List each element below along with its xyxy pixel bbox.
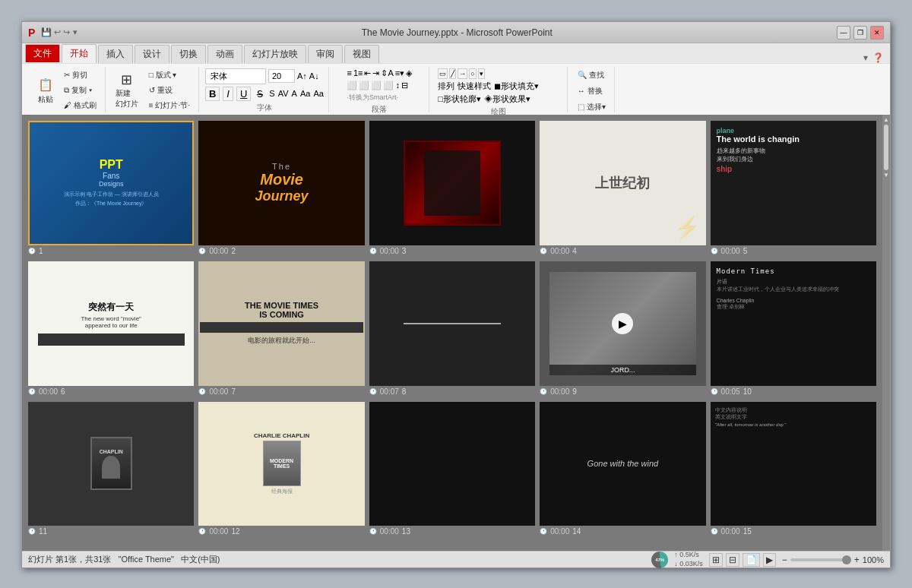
slide-time-5: 00:00: [721, 247, 740, 255]
smartart-button[interactable]: ◈: [406, 68, 412, 78]
help-icon[interactable]: ❓: [872, 52, 884, 63]
cut-button[interactable]: ✂ 剪切: [60, 68, 100, 82]
font-color-button[interactable]: A: [292, 89, 297, 98]
font-size-decrease-button[interactable]: A↓: [309, 71, 319, 81]
view-buttons: ⊞ ⊟ 📄 ▶: [709, 553, 776, 567]
slide-thumb-9[interactable]: JORD... ▶ 🕐 00:00 9: [540, 261, 705, 397]
slide-sorter-button[interactable]: ⊟: [726, 553, 739, 567]
scroll-thumb[interactable]: [884, 125, 888, 170]
shape-circle-icon[interactable]: ○: [469, 68, 476, 79]
vertical-scrollbar[interactable]: ▲ ▼: [882, 115, 890, 551]
font-spacing-button[interactable]: AV: [278, 89, 289, 98]
shape-rect-icon[interactable]: ▭: [438, 68, 448, 79]
shape-arrow-icon[interactable]: →: [458, 68, 467, 79]
indent-decrease-button[interactable]: ⇤: [364, 68, 371, 78]
slide-number-5: 5: [743, 247, 748, 255]
ribbon-collapse-icon[interactable]: ▾: [863, 52, 868, 63]
format-painter-button[interactable]: 🖌 格式刷: [60, 99, 100, 112]
text-direction-button[interactable]: ⇕A: [381, 68, 393, 78]
tab-review[interactable]: 审阅: [308, 45, 343, 63]
tab-insert[interactable]: 插入: [98, 45, 133, 63]
slide-thumb-2[interactable]: The Movie Journey 🕐 00:00 2: [198, 121, 364, 257]
slide-thumb-3[interactable]: 🕐 00:00 3: [369, 121, 535, 257]
restore-button[interactable]: ❐: [853, 26, 867, 40]
tab-file[interactable]: 文件: [25, 44, 60, 63]
replace-button[interactable]: ↔ 替换: [574, 84, 610, 98]
scroll-down-button[interactable]: ▼: [883, 172, 889, 179]
slide-thumb-8[interactable]: 🕐 00:07 8: [369, 261, 535, 397]
slide-clock-icon-1: 🕐: [28, 248, 36, 254]
font-name-input[interactable]: 宋体: [205, 68, 266, 84]
font-size-increase-button[interactable]: A↑: [297, 71, 307, 81]
numbering-button[interactable]: 1≡: [353, 68, 363, 78]
char-clear-button[interactable]: Aa: [300, 89, 310, 98]
download-speed: ↓ 0.03K/s: [674, 560, 703, 569]
underline-button[interactable]: U: [236, 87, 251, 101]
slide-thumb-11[interactable]: CHAPLIN 🕐 11: [28, 402, 194, 538]
align-right-button[interactable]: ⬜: [371, 81, 382, 90]
slide-clock-icon-10: 🕐: [711, 388, 718, 395]
slide-thumb-1[interactable]: PPT Fans Designs 演示示例 电子工作坊 — 演讲师引进人员 作品…: [28, 121, 194, 257]
tab-slideshow[interactable]: 幻灯片放映: [244, 45, 306, 63]
justify-button[interactable]: ⬜: [383, 81, 394, 90]
align-text-button[interactable]: ≡▾: [395, 68, 404, 78]
shape-line-icon[interactable]: ╱: [449, 68, 456, 79]
slide-thumb-10[interactable]: Modern Times 片语 本片讲述工业时代，个人企业与人类追求幸福的冲突 …: [711, 261, 876, 397]
shape-fill-button[interactable]: ◼形状填充▾: [494, 81, 539, 92]
align-center-button[interactable]: ⬜: [359, 81, 369, 90]
bold-button[interactable]: B: [205, 87, 220, 101]
slide-clock-icon-8: 🕐: [369, 388, 377, 395]
minimize-button[interactable]: —: [837, 26, 850, 40]
slide-thumb-14[interactable]: Gone with the wind 🕐 00:00 14: [540, 402, 705, 538]
upload-speed: ↑ 0.5K/s: [674, 551, 703, 560]
scroll-up-button[interactable]: ▲: [883, 116, 889, 123]
close-button[interactable]: ✕: [870, 26, 884, 40]
reset-button[interactable]: ↺ 重设: [145, 84, 194, 97]
slide-clock-icon-11: 🕐: [28, 528, 36, 535]
arrange-button[interactable]: 排列: [438, 81, 454, 92]
shape-effects-button[interactable]: ◈形状效果▾: [484, 93, 530, 105]
slide-time-7: 00:00: [209, 387, 228, 396]
slide-thumb-13[interactable]: 🕐 00:00 13: [369, 402, 535, 538]
tab-view[interactable]: 视图: [344, 45, 379, 63]
zoom-in-button[interactable]: +: [854, 555, 860, 565]
align-left-button[interactable]: ⬜: [347, 81, 357, 90]
slide-thumb-6[interactable]: 突然有一天 The new word "movie" appeared to o…: [28, 261, 194, 397]
slide-thumbnail-panel[interactable]: PPT Fans Designs 演示示例 电子工作坊 — 演讲师引进人员 作品…: [22, 115, 882, 551]
shape-outline-button[interactable]: □形状轮廓▾: [438, 93, 481, 105]
tab-animations[interactable]: 动画: [207, 45, 242, 63]
reading-view-button[interactable]: 📄: [743, 553, 760, 567]
tab-design[interactable]: 设计: [135, 45, 169, 63]
new-slide-button[interactable]: ⊞ 新建幻灯片: [112, 69, 142, 112]
slide-thumb-12[interactable]: CHARLIE CHAPLIN MODERNTIMES 经典海报 🕐 00:00…: [198, 402, 364, 538]
slide-clock-icon-4: 🕐: [540, 248, 547, 254]
indent-increase-button[interactable]: ⇥: [372, 68, 379, 78]
zoom-out-button[interactable]: −: [782, 555, 787, 565]
italic-button[interactable]: I: [223, 87, 233, 101]
paste-button[interactable]: 📋 粘贴: [33, 74, 59, 107]
section-button[interactable]: ≡ 幻灯片·节·: [145, 99, 194, 112]
shape-more-icon[interactable]: ▾: [478, 68, 485, 79]
strikethrough-button[interactable]: S̶: [254, 87, 266, 100]
shadow-button[interactable]: S: [269, 89, 274, 98]
slide-time-4: 00:00: [550, 247, 569, 255]
slide-thumb-4[interactable]: 上世纪初 ⚡ 🕐 00:00 4: [540, 121, 705, 257]
slide-thumb-7[interactable]: THE MOVIE TIMES IS COMING 电影的旅程就此开始... 🕐…: [198, 261, 364, 397]
quick-styles-button[interactable]: 快速样式: [458, 81, 491, 92]
slideshow-button[interactable]: ▶: [763, 553, 776, 567]
copy-button[interactable]: ⧉ 复制 ▾: [60, 84, 100, 97]
find-button[interactable]: 🔍 查找: [574, 68, 610, 82]
slide-thumb-15[interactable]: 中文内容说明英文说明文字"After all, tomorrow is anot…: [711, 402, 876, 538]
change-case-button[interactable]: Aa: [313, 89, 323, 98]
zoom-slider[interactable]: [790, 558, 851, 561]
font-size-input[interactable]: 20: [268, 69, 295, 83]
layout-button[interactable]: □ 版式 ▾: [145, 68, 194, 82]
select-button[interactable]: ⬚ 选择▾: [574, 100, 610, 114]
columns-button[interactable]: ⊟: [401, 81, 408, 90]
normal-view-button[interactable]: ⊞: [709, 553, 723, 567]
tab-transitions[interactable]: 切换: [171, 45, 206, 63]
line-spacing-button[interactable]: ↕: [395, 81, 400, 90]
bullets-button[interactable]: ≡: [347, 68, 351, 78]
tab-start[interactable]: 开始: [62, 44, 97, 63]
slide-thumb-5[interactable]: plane The world is changin 趋来越多的新事物 来到我们…: [711, 121, 876, 257]
